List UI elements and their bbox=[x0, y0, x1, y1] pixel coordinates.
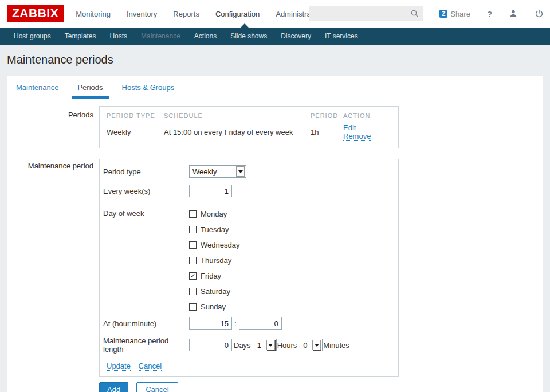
remove-link[interactable]: Remove bbox=[343, 132, 371, 141]
column-header-schedule: SCHEDULE bbox=[164, 109, 311, 121]
user-icon bbox=[509, 9, 518, 18]
period-type-label: Period type bbox=[103, 167, 189, 176]
menu-item-reports[interactable]: Reports bbox=[165, 0, 207, 28]
subnav-item-actions[interactable]: Actions bbox=[187, 32, 223, 40]
checkbox-row-tuesday[interactable]: Tuesday bbox=[189, 222, 239, 237]
maintenance-period-form: Period type Weekly Every week(s) Day of … bbox=[99, 159, 399, 377]
tab-bar: Maintenance Periods Hosts & Groups bbox=[7, 76, 543, 99]
checkbox-row-thursday[interactable]: Thursday bbox=[189, 253, 239, 268]
page-title: Maintenance periods bbox=[7, 53, 550, 66]
minutes-select[interactable]: 0 bbox=[300, 339, 323, 351]
period-length-row: Maintenance period length Days 1 Hours 0… bbox=[103, 336, 391, 354]
share-label: Share bbox=[450, 10, 470, 18]
at-time-row: At (hour:minute) : bbox=[103, 317, 391, 330]
monday-label: Monday bbox=[201, 210, 227, 218]
period-length-label: Maintenance period length bbox=[103, 336, 189, 354]
saturday-checkbox[interactable] bbox=[189, 288, 197, 295]
tab-maintenance[interactable]: Maintenance bbox=[10, 76, 64, 99]
friday-checkbox[interactable]: ✓ bbox=[189, 272, 197, 280]
friday-label: Friday bbox=[201, 272, 221, 280]
subnav-item-it-services[interactable]: IT services bbox=[318, 32, 365, 40]
menu-item-configuration[interactable]: Configuration bbox=[207, 0, 268, 28]
dropdown-arrow-icon bbox=[312, 340, 321, 350]
minute-input[interactable] bbox=[239, 317, 282, 330]
search-icon[interactable] bbox=[410, 9, 419, 18]
cell-actions: Edit Remove bbox=[343, 121, 391, 143]
active-menu-caret-icon bbox=[241, 23, 249, 28]
tuesday-checkbox[interactable] bbox=[189, 226, 197, 233]
minutes-unit-label: Minutes bbox=[323, 341, 349, 350]
cancel-button[interactable]: Cancel bbox=[136, 382, 178, 392]
periods-section: Periods PERIOD TYPE SCHEDULE PERIOD ACTI… bbox=[7, 106, 543, 148]
menu-item-monitoring[interactable]: Monitoring bbox=[68, 0, 119, 28]
header-actions: Z Share ? bbox=[439, 9, 544, 19]
table-header-row: PERIOD TYPE SCHEDULE PERIOD ACTION bbox=[107, 109, 391, 121]
cancel-link[interactable]: Cancel bbox=[139, 362, 162, 371]
column-header-action: ACTION bbox=[343, 109, 391, 121]
every-week-label: Every week(s) bbox=[103, 187, 189, 195]
cell-period-type: Weekly bbox=[107, 121, 164, 143]
search-box bbox=[309, 6, 423, 21]
periods-table-box: PERIOD TYPE SCHEDULE PERIOD ACTION Weekl… bbox=[99, 106, 399, 148]
form-footer-buttons: Add Cancel bbox=[99, 382, 543, 392]
sunday-label: Sunday bbox=[201, 303, 226, 311]
maintenance-form-card: Maintenance Periods Hosts & Groups Perio… bbox=[7, 76, 543, 392]
hours-unit-label: Hours bbox=[277, 341, 297, 350]
days-input[interactable] bbox=[189, 339, 232, 351]
hours-select[interactable]: 1 bbox=[254, 339, 277, 351]
subnav-item-host-groups[interactable]: Host groups bbox=[7, 32, 58, 40]
user-profile-button[interactable] bbox=[509, 9, 518, 18]
every-week-input[interactable] bbox=[189, 185, 232, 197]
periods-table: PERIOD TYPE SCHEDULE PERIOD ACTION Weekl… bbox=[107, 109, 391, 143]
cell-schedule: At 15:00 on every Friday of every week bbox=[164, 121, 311, 143]
thursday-label: Thursday bbox=[201, 256, 231, 265]
help-button[interactable]: ? bbox=[487, 9, 492, 19]
checkbox-row-sunday[interactable]: Sunday bbox=[189, 299, 239, 315]
wednesday-label: Wednesday bbox=[201, 241, 239, 249]
share-button[interactable]: Z Share bbox=[439, 10, 470, 18]
power-icon bbox=[535, 9, 544, 18]
sunday-checkbox[interactable] bbox=[189, 303, 197, 311]
add-button[interactable]: Add bbox=[99, 382, 128, 392]
main-menu: Monitoring Inventory Reports Configurati… bbox=[68, 0, 309, 28]
checkbox-row-friday[interactable]: ✓ Friday bbox=[189, 268, 239, 284]
period-type-selected-value: Weekly bbox=[190, 167, 235, 176]
day-of-week-options: Monday Tuesday Wednesday Thursday bbox=[189, 206, 239, 315]
tuesday-label: Tuesday bbox=[201, 225, 229, 234]
tab-periods[interactable]: Periods bbox=[72, 76, 108, 99]
period-type-select[interactable]: Weekly bbox=[189, 165, 246, 178]
cell-period: 1h bbox=[311, 121, 343, 143]
hour-input[interactable] bbox=[189, 317, 232, 330]
periods-section-label: Periods bbox=[7, 106, 99, 148]
subnav-item-maintenance[interactable]: Maintenance bbox=[134, 32, 187, 40]
thursday-checkbox[interactable] bbox=[189, 257, 197, 264]
maintenance-period-section: Maintenance period Period type Weekly Ev… bbox=[7, 159, 543, 377]
edit-link[interactable]: Edit bbox=[343, 123, 356, 132]
subnav-item-discovery[interactable]: Discovery bbox=[274, 32, 318, 40]
saturday-label: Saturday bbox=[201, 287, 230, 296]
update-link[interactable]: Update bbox=[107, 362, 131, 371]
tab-hosts-groups[interactable]: Hosts & Groups bbox=[116, 76, 180, 99]
table-row: Weekly At 15:00 on every Friday of every… bbox=[107, 121, 391, 143]
search-input[interactable] bbox=[309, 10, 410, 18]
dropdown-arrow-icon bbox=[266, 340, 275, 350]
checkbox-row-monday[interactable]: Monday bbox=[189, 206, 239, 222]
wednesday-checkbox[interactable] bbox=[189, 241, 197, 249]
every-week-row: Every week(s) bbox=[103, 185, 391, 197]
days-unit-label: Days bbox=[234, 341, 251, 350]
period-type-row: Period type Weekly bbox=[103, 165, 391, 178]
subnav-item-slide-shows[interactable]: Slide shows bbox=[223, 32, 274, 40]
column-header-period-type: PERIOD TYPE bbox=[107, 109, 164, 121]
subnav-item-templates[interactable]: Templates bbox=[58, 32, 103, 40]
checkbox-row-wednesday[interactable]: Wednesday bbox=[189, 237, 239, 253]
logout-button[interactable] bbox=[535, 9, 544, 18]
dropdown-arrow-icon bbox=[236, 166, 245, 177]
checkbox-row-saturday[interactable]: Saturday bbox=[189, 284, 239, 299]
zabbix-logo[interactable]: ZABBIX bbox=[7, 5, 64, 22]
menu-item-administration[interactable]: Administration bbox=[268, 0, 309, 28]
menu-item-inventory[interactable]: Inventory bbox=[119, 0, 165, 28]
day-of-week-label: Day of week bbox=[103, 206, 189, 218]
subnav-item-hosts[interactable]: Hosts bbox=[103, 32, 134, 40]
monday-checkbox[interactable] bbox=[189, 210, 197, 218]
column-header-period: PERIOD bbox=[311, 109, 343, 121]
